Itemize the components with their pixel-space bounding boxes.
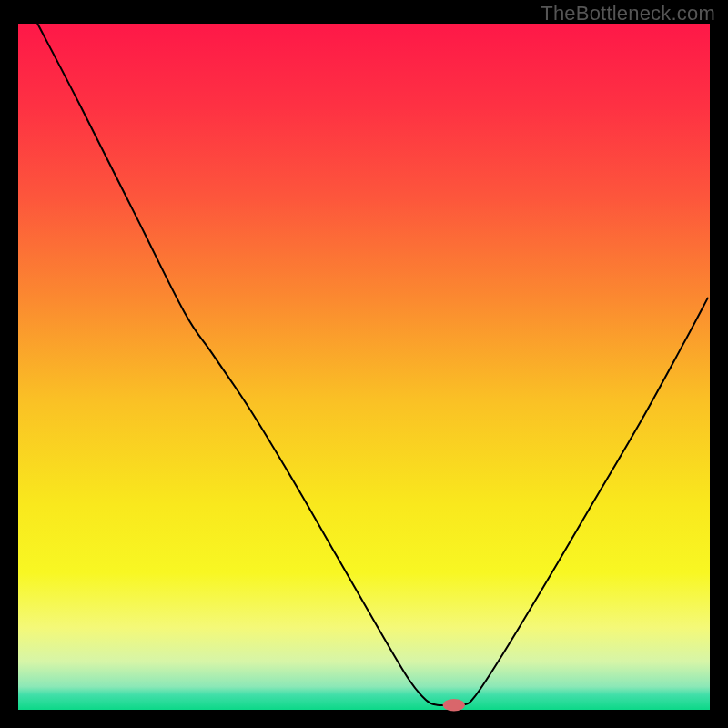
watermark-text: TheBottleneck.com [541,2,715,25]
optimal-marker [443,699,465,712]
chart-svg [0,0,728,728]
plot-area [18,24,710,710]
bottleneck-chart: TheBottleneck.com [0,0,728,728]
